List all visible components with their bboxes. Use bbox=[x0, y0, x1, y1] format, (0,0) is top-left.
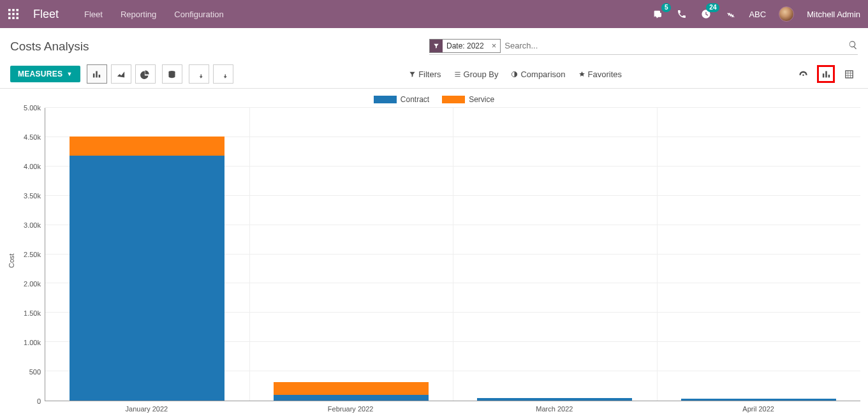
legend-swatch bbox=[374, 96, 397, 103]
debug-icon[interactable] bbox=[725, 8, 736, 20]
chevron-down-icon: ▼ bbox=[66, 71, 72, 77]
legend-item[interactable]: Service bbox=[442, 95, 494, 104]
dashboard-view-button[interactable] bbox=[794, 65, 812, 83]
search-icon[interactable] bbox=[848, 40, 858, 52]
stacked-button[interactable] bbox=[162, 64, 182, 84]
measures-label: MEASURES bbox=[18, 70, 63, 78]
legend-item[interactable]: Contract bbox=[374, 95, 429, 104]
y-tick: 3.00k bbox=[24, 221, 41, 229]
sort-asc-button[interactable] bbox=[213, 64, 233, 84]
svg-rect-9 bbox=[93, 73, 95, 77]
page-title: Costs Analysis bbox=[10, 40, 89, 54]
bar[interactable] bbox=[681, 377, 836, 401]
comparison-dropdown[interactable]: Comparison bbox=[511, 70, 565, 79]
svg-rect-3 bbox=[8, 13, 11, 15]
legend-label: Contract bbox=[401, 95, 429, 104]
bar-segment bbox=[681, 399, 836, 401]
groupby-dropdown[interactable]: Group By bbox=[454, 70, 499, 79]
search-facet: Date: 2022 × bbox=[429, 39, 501, 53]
bar[interactable] bbox=[274, 327, 429, 401]
y-tick: 2.50k bbox=[24, 251, 41, 258]
y-tick: 1.50k bbox=[24, 309, 41, 317]
pie-chart-button[interactable] bbox=[135, 64, 156, 84]
measures-button[interactable]: MEASURES ▼ bbox=[10, 66, 80, 82]
search-input[interactable] bbox=[504, 41, 848, 50]
bar[interactable] bbox=[70, 122, 224, 401]
x-tick: April 2022 bbox=[656, 405, 860, 413]
svg-rect-16 bbox=[825, 71, 827, 77]
bar-segment bbox=[274, 395, 429, 401]
bar-segment bbox=[477, 398, 632, 401]
activities-icon[interactable]: 24 bbox=[700, 8, 712, 20]
bar-chart-button[interactable] bbox=[87, 64, 107, 84]
filter-icon bbox=[430, 40, 443, 52]
search-bar[interactable]: Date: 2022 × bbox=[429, 39, 858, 55]
facet-label: Date: 2022 bbox=[443, 41, 488, 50]
pivot-view-button[interactable] bbox=[840, 65, 858, 83]
bar-segment bbox=[274, 382, 429, 395]
filters-dropdown[interactable]: Filters bbox=[409, 70, 441, 79]
avatar[interactable] bbox=[779, 6, 794, 22]
svg-rect-0 bbox=[8, 9, 11, 11]
graph-view-button[interactable] bbox=[817, 65, 835, 83]
y-tick: 5.00k bbox=[24, 104, 41, 112]
y-tick: 0 bbox=[37, 397, 41, 405]
svg-rect-6 bbox=[8, 17, 11, 19]
y-axis-label: Cost bbox=[8, 108, 18, 401]
svg-rect-10 bbox=[96, 71, 98, 77]
activities-badge: 24 bbox=[706, 3, 719, 12]
y-tick: 2.00k bbox=[24, 280, 41, 288]
svg-rect-11 bbox=[99, 75, 101, 77]
phone-icon[interactable] bbox=[676, 8, 688, 20]
x-tick: February 2022 bbox=[249, 405, 453, 413]
bar[interactable] bbox=[477, 373, 632, 401]
bar-segment bbox=[70, 156, 224, 401]
legend-label: Service bbox=[469, 95, 494, 104]
app-name[interactable]: Fleet bbox=[33, 8, 59, 21]
line-chart-button[interactable] bbox=[111, 64, 131, 84]
y-tick: 4.50k bbox=[24, 133, 41, 141]
x-tick: March 2022 bbox=[453, 405, 657, 413]
bar-segment bbox=[70, 137, 224, 156]
svg-rect-18 bbox=[845, 70, 852, 77]
sort-desc-button[interactable] bbox=[189, 64, 209, 84]
y-tick: 3.50k bbox=[24, 192, 41, 200]
nav-link-fleet[interactable]: Fleet bbox=[84, 10, 103, 19]
svg-rect-2 bbox=[16, 9, 18, 11]
legend-swatch bbox=[442, 96, 465, 103]
x-tick: January 2022 bbox=[45, 405, 249, 413]
svg-rect-5 bbox=[16, 13, 18, 15]
svg-point-14 bbox=[802, 74, 804, 76]
nav-link-reporting[interactable]: Reporting bbox=[121, 10, 156, 19]
messages-icon[interactable]: 5 bbox=[652, 8, 663, 20]
nav-link-configuration[interactable]: Configuration bbox=[174, 10, 223, 19]
svg-rect-17 bbox=[828, 75, 830, 77]
svg-rect-4 bbox=[12, 13, 15, 15]
apps-icon[interactable] bbox=[8, 8, 19, 20]
messages-badge: 5 bbox=[661, 3, 672, 12]
svg-rect-7 bbox=[12, 17, 15, 19]
user-menu[interactable]: Mitchell Admin bbox=[807, 10, 860, 19]
svg-rect-1 bbox=[12, 9, 15, 11]
svg-rect-15 bbox=[822, 73, 824, 77]
y-tick: 500 bbox=[29, 368, 41, 376]
y-tick: 4.00k bbox=[24, 163, 41, 170]
company-selector[interactable]: ABC bbox=[749, 10, 766, 19]
svg-rect-8 bbox=[16, 17, 18, 19]
facet-remove[interactable]: × bbox=[488, 41, 501, 50]
y-tick: 1.00k bbox=[24, 339, 41, 346]
favorites-dropdown[interactable]: Favorites bbox=[578, 70, 622, 79]
